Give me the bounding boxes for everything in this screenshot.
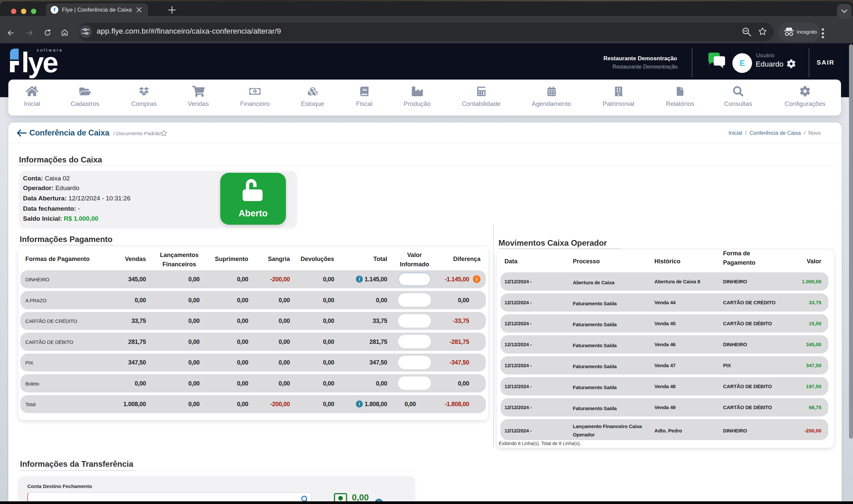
svg-text:lye: lye [21, 47, 58, 78]
